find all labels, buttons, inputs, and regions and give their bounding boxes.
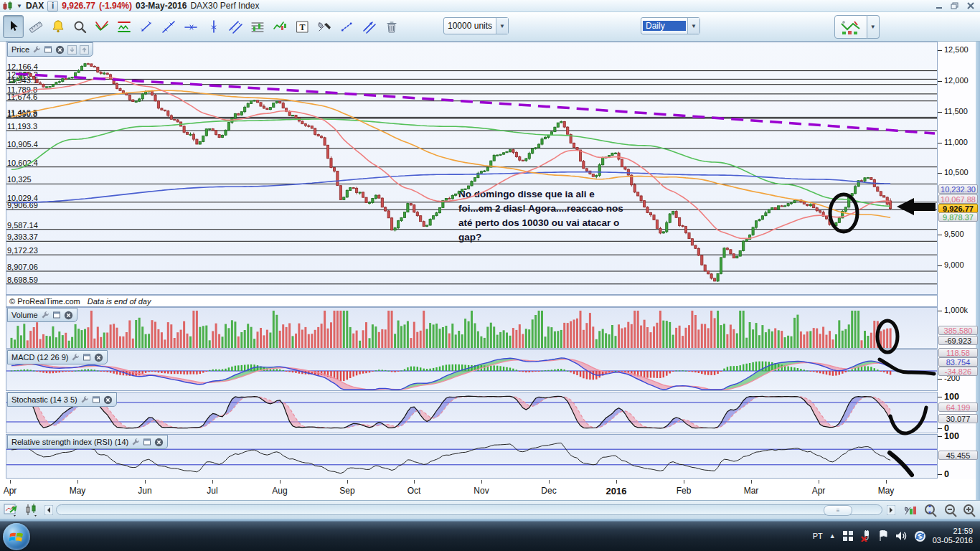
zoom-out-button[interactable] [941,502,960,517]
tool-segment-icon[interactable] [136,15,157,38]
volume-panel-header[interactable]: Volume [7,308,77,322]
start-button[interactable] [3,523,30,550]
close-panel-icon[interactable] [94,353,103,362]
language-indicator[interactable]: PT [813,532,823,540]
tray-network-error-icon[interactable] [860,530,872,542]
wrench-icon[interactable] [41,311,50,319]
tool-vertical-line-icon[interactable] [203,15,224,38]
price-panel-header[interactable]: Price [7,42,93,57]
close-panel-icon[interactable] [103,395,113,405]
tool-settings-icon[interactable] [314,15,335,38]
window-icon[interactable] [143,438,151,446]
tool-horizontal-line-icon[interactable] [181,15,202,38]
wrench-icon[interactable] [32,45,41,54]
macd-value-box: 118.58 [938,348,978,357]
month-label: May [70,486,86,496]
timeframe-dropdown[interactable]: Daily ▼ [641,17,700,34]
show-hidden-icons-button[interactable]: ▲ [829,532,836,540]
tray-windows-icon[interactable] [842,530,854,542]
month-tick [145,480,146,484]
tray-volume-icon[interactable] [895,530,908,542]
tool-ruler-icon[interactable] [25,15,46,38]
tool-pattern-range-icon[interactable] [114,15,135,38]
price-panel[interactable] [6,42,938,295]
tray-action-center-icon[interactable] [878,530,889,542]
tool-text-icon[interactable]: T [292,15,313,38]
system-tray: PT ▲ 21:59 03-05-2016 [813,521,973,551]
chart-annotation-text[interactable]: No domingo disse que ia ali e foi...em 2… [458,187,699,245]
month-tick [886,480,887,484]
wrench-icon[interactable] [80,395,89,404]
zoom-in-button[interactable] [960,502,979,517]
month-label: Mar [744,486,759,496]
fit-zoom-button[interactable] [921,502,940,517]
wrench-icon[interactable] [71,353,80,362]
tool-alarm-icon[interactable] [47,15,68,38]
annotation-line: foi...em 2 dias! Agora....reaccao nos [458,202,699,216]
display-mode-button[interactable] [23,502,42,517]
scroll-right-button[interactable] [885,502,897,517]
tool-dotted-segment-icon[interactable] [336,15,357,38]
scrollbar-trough[interactable] [56,504,882,515]
restore-button[interactable] [948,1,961,11]
tray-sync-icon[interactable] [914,530,926,542]
units-dropdown-caret[interactable]: ▼ [496,18,508,34]
scrollbar-thumb[interactable]: ≡ [824,505,852,516]
chart-settings-button[interactable] [901,502,920,517]
macd-panel[interactable] [6,349,938,391]
stochastic-axis-tick-mark [938,428,942,429]
instrument-dropdown-caret[interactable]: ▼ [17,3,22,9]
window-titlebar: ▼ DAX i 9,926.77 (-1.94%) 03-May-2016 DA… [0,0,980,12]
clock[interactable]: 21:59 03-05-2016 [933,527,973,545]
drawing-toolbar: T 10000 units ▼ Daily ▼ ▼ [0,12,980,42]
tool-buttons: T [3,15,402,38]
rsi-panel-header[interactable]: Relative strength index (RSI) (14) [7,435,168,449]
units-dropdown[interactable]: 10000 units ▼ [443,17,509,34]
chart-style-icon[interactable] [834,15,867,39]
collapse-down-icon[interactable] [67,45,77,55]
close-panel-icon[interactable] [55,45,65,55]
timeframe-dropdown-caret[interactable]: ▼ [687,18,699,34]
clock-time: 21:59 [933,527,973,536]
month-tick [751,480,752,484]
close-button[interactable] [963,1,977,11]
wrench-icon[interactable] [131,438,140,446]
collapse-up-icon[interactable] [80,45,89,55]
tool-parallel-arrow-icon[interactable] [359,15,380,38]
tool-forecast-icon[interactable] [270,15,291,38]
tool-levels-icon[interactable] [248,15,268,38]
minimize-button[interactable] [932,1,946,11]
macd-panel-header[interactable]: MACD (12 26 9) [7,350,108,364]
window-icon[interactable] [44,45,52,54]
month-label: Jun [138,486,151,496]
volume-axis-tick-mark [938,311,942,311]
close-panel-icon[interactable] [64,311,73,320]
stochastic-value-box: 64.199 [938,402,978,412]
instrument-description: DAX30 Perf Index [190,1,259,11]
tool-cursor-icon[interactable] [3,15,24,38]
tool-zoom-icon[interactable] [70,15,90,38]
window-icon[interactable] [83,353,91,362]
month-tick [347,480,348,484]
tool-delete-icon[interactable] [381,15,402,38]
stochastic-panel[interactable] [6,392,938,433]
tool-line-icon[interactable] [159,15,179,38]
chart-style-caret[interactable]: ▼ [867,15,880,39]
export-chart-button[interactable] [2,502,21,517]
info-icon[interactable]: i [47,1,58,11]
price-axis-tick-mark [938,235,942,235]
stoch-panel-header[interactable]: Stochastic (14 3 5) [7,392,117,407]
window-icon[interactable] [52,311,61,319]
clock-date: 03-05-2016 [933,536,973,545]
close-panel-icon[interactable] [154,438,164,447]
tool-parallel-lines-icon[interactable] [225,15,246,38]
volume-panel[interactable] [6,307,938,349]
price-level-label: 11,390.8 [7,110,37,118]
month-label: Jul [207,486,217,496]
window-icon[interactable] [92,395,100,404]
scroll-left-button[interactable] [43,502,55,517]
price-axis-tick: 9,500 [944,230,964,238]
tool-pattern-down-icon[interactable] [92,15,113,38]
instrument-name[interactable]: DAX [26,1,44,11]
chart-style-button[interactable]: ▼ [834,15,880,37]
